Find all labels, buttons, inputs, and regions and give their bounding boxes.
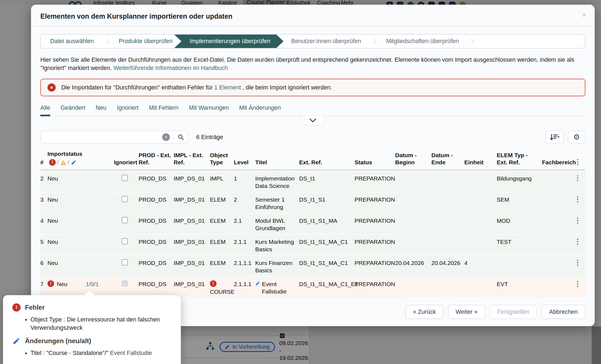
cell-fachbereich xyxy=(542,280,574,297)
cancel-button[interactable]: Abbrechen xyxy=(541,305,585,319)
cell-elem-typ: EVT xyxy=(497,280,542,297)
modal-body: Datei auswählenProdukte überprüfenImplem… xyxy=(31,26,595,326)
back-button[interactable]: « Zurück xyxy=(405,305,444,319)
column-header-prod-ext-ref-: PROD - Ext. Ref. xyxy=(139,152,174,166)
warning-triangle-icon xyxy=(60,160,66,165)
row-menu-icon[interactable]: ⋮ xyxy=(574,239,581,244)
close-icon[interactable]: × xyxy=(582,11,586,19)
step-separator-icon xyxy=(468,38,474,44)
error-item: Object Type : Die Lernressource hat den … xyxy=(30,315,172,332)
cell-importstatus: Neu xyxy=(47,196,86,213)
cell-actions: ⋮ xyxy=(574,196,585,213)
tab-mit-änderungen[interactable]: Mit Änderungen xyxy=(239,105,281,116)
collapse-table-button[interactable] xyxy=(301,116,325,125)
error-details-popover: ! Fehler Object Type : Die Lernressource… xyxy=(3,295,181,364)
column-header-level: Level xyxy=(234,159,255,166)
ignore-checkbox[interactable] xyxy=(122,196,128,202)
cell-level: 2.1.1 xyxy=(234,238,255,255)
row-menu-icon[interactable]: ⋮ xyxy=(574,260,581,265)
finish-button[interactable]: Fertigstellen xyxy=(490,305,537,319)
cell-prod-ext-ref: PROD_DS xyxy=(139,217,174,234)
status-legend-icons: !// xyxy=(49,159,77,166)
row-menu-icon[interactable]: ⋮ xyxy=(574,218,581,223)
importstatus-label: Neu xyxy=(47,175,58,182)
tab-ignoriert[interactable]: Ignoriert xyxy=(117,105,139,116)
cell-actions: ⋮ xyxy=(574,238,585,255)
wizard-step-4[interactable]: Benutzer:innen überprüfen xyxy=(282,35,370,48)
cell-level: 1 xyxy=(234,175,255,192)
modal-header: Elementen von dem Kursplanner importiere… xyxy=(31,5,595,26)
cell-ext-ref: DS_I1_S1 xyxy=(299,196,355,213)
table-settings-button[interactable]: ⚙ xyxy=(568,131,585,144)
cell-ignoriert xyxy=(114,217,139,234)
entries-count: 6 Einträge xyxy=(196,134,223,141)
row-menu-icon[interactable]: ⋮ xyxy=(574,175,581,181)
cell-status: PREPARATION xyxy=(355,196,395,213)
element-count-link[interactable]: 1 Element xyxy=(214,84,241,91)
table-row: 2NeuPROD_DSIMP_DS_01IMPL1Implementation … xyxy=(40,171,585,192)
cell-elem-typ: SEM xyxy=(497,196,542,213)
cell-einheit xyxy=(464,238,497,255)
cell-object-type: ELEM xyxy=(210,259,234,276)
cell-fachbereich xyxy=(542,196,574,213)
clear-search-button[interactable]: × xyxy=(159,131,173,143)
cell-changes xyxy=(86,217,114,234)
cell-level: 2.1.1.1 xyxy=(234,280,255,297)
tab-mit-fehlern[interactable]: Mit Fehlern xyxy=(149,105,179,116)
column-menu-icon[interactable]: ⋮ xyxy=(574,159,581,165)
search-input[interactable] xyxy=(41,131,159,143)
cell-datum-ende: 20.04.2026 xyxy=(431,259,464,276)
cell-row-number: 4 xyxy=(40,217,47,234)
cell-actions: ⋮ xyxy=(574,259,585,276)
cell-einheit xyxy=(464,196,497,213)
cell-datum-ende xyxy=(431,238,464,255)
ignore-checkbox[interactable] xyxy=(122,238,128,244)
wizard-step-5[interactable]: Mitgliedschaften überprüfen xyxy=(377,35,468,48)
tab-geändert[interactable]: Geändert xyxy=(61,105,85,116)
search-submit-button[interactable] xyxy=(174,131,188,143)
titel-label: Event Fallstudie xyxy=(262,280,296,295)
error-circle-icon: × xyxy=(47,83,56,92)
tab-neu[interactable]: Neu xyxy=(96,105,106,116)
row-menu-icon[interactable]: ⋮ xyxy=(574,281,581,286)
tab-alle[interactable]: Alle xyxy=(40,105,50,116)
cell-prod-ext-ref: PROD_DS xyxy=(139,175,174,192)
wizard-step-1[interactable]: Datei auswählen xyxy=(41,35,103,48)
cell-titel: Event Fallstudie xyxy=(255,280,299,297)
column-header-impl-ext-ref-: IMPL - Ext. Ref. xyxy=(174,152,210,166)
importstatus-label: Neu xyxy=(47,238,58,246)
cell-datum-ende xyxy=(431,217,464,234)
cell-object-type: ELEM xyxy=(210,217,234,234)
changes-count-link[interactable]: 1/0/1 xyxy=(86,281,99,287)
sort-button[interactable] xyxy=(545,131,564,144)
ignore-checkbox[interactable] xyxy=(122,217,128,223)
ignore-checkbox[interactable] xyxy=(122,259,128,266)
importstatus-label: Neu xyxy=(47,259,58,267)
wizard-step-3[interactable]: Implementierungen überprüfen xyxy=(174,35,283,48)
cell-datum-beginn xyxy=(395,280,431,297)
chevron-down-icon xyxy=(309,118,316,123)
cell-ext-ref: DS_I1 xyxy=(299,175,355,192)
collapse-row xyxy=(40,116,585,126)
tab-mit-warnungen[interactable]: Mit Warnungen xyxy=(189,105,229,116)
import-table: #Importstatus!//IgnoriertPROD - Ext. Ref… xyxy=(40,150,585,297)
cell-importstatus: Neu xyxy=(47,238,86,255)
cell-object-type: ELEM xyxy=(210,238,234,255)
row-menu-icon[interactable]: ⋮ xyxy=(574,196,581,202)
importstatus-label: Neu xyxy=(47,217,58,224)
wizard-step-2[interactable]: Produkte überprüfen xyxy=(109,35,182,48)
cell-ignoriert xyxy=(114,196,139,213)
cell-changes xyxy=(86,175,114,192)
cell-titel: Modul BWL Grundlagen xyxy=(255,217,299,234)
ignore-checkbox[interactable] xyxy=(122,175,128,181)
pencil-icon xyxy=(255,280,260,286)
error-circle-icon: ! xyxy=(49,159,56,166)
cell-fachbereich xyxy=(542,259,574,276)
next-button[interactable]: Weiter » xyxy=(448,305,485,319)
popover-error-heading: ! Fehler xyxy=(12,303,172,312)
popover-error-list: Object Type : Die Lernressource hat den … xyxy=(30,315,172,332)
cell-ext-ref: DS_I1_S1_MA_C1_E1 xyxy=(299,280,355,297)
handbook-link[interactable]: Weiterführende Informationen im Handbuch xyxy=(113,65,228,71)
pencil-icon xyxy=(12,337,21,345)
column-header-titel: Titel xyxy=(255,159,299,166)
